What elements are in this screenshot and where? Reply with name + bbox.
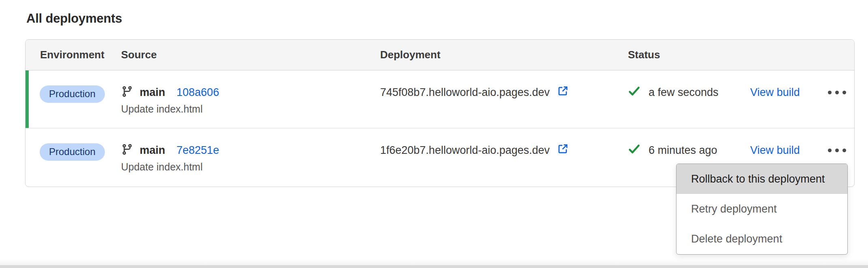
branch-name: main (140, 144, 165, 157)
column-header-status: Status (628, 49, 854, 61)
table-header-row: Environment Source Deployment Status (26, 40, 854, 70)
ellipsis-icon[interactable] (827, 146, 847, 155)
menu-item-rollback[interactable]: Rollback to this deployment (677, 164, 847, 194)
view-build-link[interactable]: View build (750, 144, 800, 157)
environment-badge: Production (40, 85, 105, 103)
branch-name: main (140, 86, 165, 99)
column-header-source: Source (121, 49, 380, 61)
commit-message: Update index.html (121, 162, 380, 172)
external-link-icon[interactable] (550, 85, 569, 100)
column-header-environment: Environment (26, 49, 121, 61)
commit-link[interactable]: 108a606 (177, 86, 219, 99)
commit-link[interactable]: 7e8251e (177, 144, 219, 157)
status-time: a few seconds (649, 86, 719, 99)
check-icon (628, 85, 649, 100)
commit-message: Update index.html (121, 104, 380, 114)
menu-item-delete[interactable]: Delete deployment (677, 224, 847, 254)
table-row: Production main 108a606 Update index.htm… (26, 70, 854, 128)
git-branch-icon (121, 85, 133, 99)
check-icon (628, 143, 649, 158)
view-build-link[interactable]: View build (750, 86, 800, 99)
git-branch-icon (121, 143, 133, 157)
status-time: 6 minutes ago (649, 144, 717, 157)
page-title: All deployments (26, 11, 122, 26)
column-header-deployment: Deployment (380, 49, 628, 61)
menu-item-retry[interactable]: Retry deployment (677, 194, 847, 224)
section-bottom-divider (0, 259, 868, 268)
deployment-context-menu: Rollback to this deployment Retry deploy… (676, 164, 848, 255)
external-link-icon[interactable] (550, 143, 569, 158)
ellipsis-icon[interactable] (827, 88, 847, 97)
environment-badge: Production (40, 143, 105, 161)
deployment-url: 1f6e20b7.helloworld-aio.pages.dev (380, 144, 550, 157)
deployment-url: 745f08b7.helloworld-aio.pages.dev (380, 86, 550, 99)
